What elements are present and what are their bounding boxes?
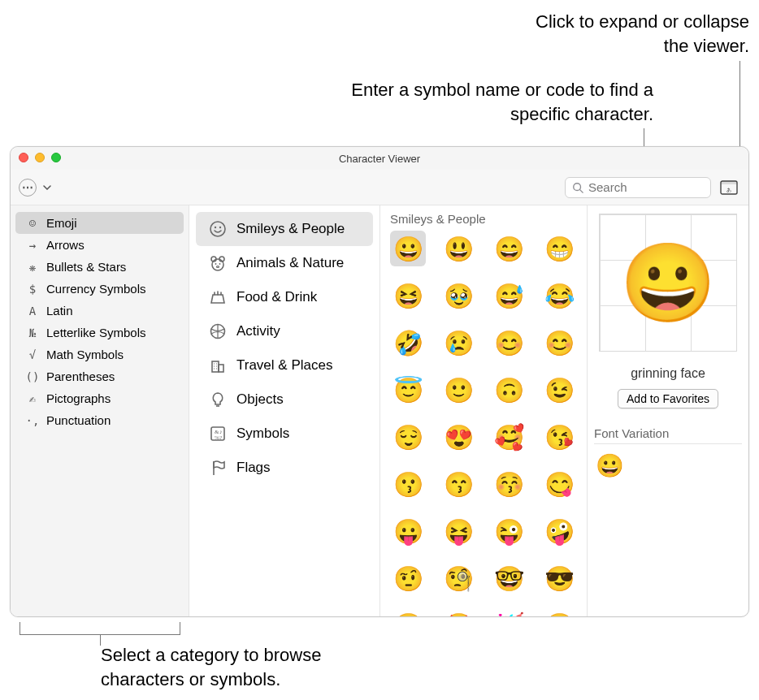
emoji-cell[interactable]: 😊: [541, 325, 577, 361]
symbols-icon: &♪%?: [209, 425, 227, 443]
svg-line-1: [580, 189, 583, 192]
category-icon: ✍: [25, 392, 40, 405]
subcategory-sidebar: Smileys & PeopleAnimals & NatureFood & D…: [189, 205, 380, 616]
category-item-emoji[interactable]: ☺Emoji: [15, 212, 184, 234]
emoji-cell[interactable]: 🧐: [440, 560, 476, 596]
svg-point-13: [217, 266, 219, 268]
category-item-letterlike-symbols[interactable]: №Letterlike Symbols: [15, 322, 184, 344]
emoji-cell[interactable]: 🤨: [390, 560, 426, 596]
subcategory-item-activity[interactable]: Activity: [196, 314, 373, 348]
svg-rect-3: [721, 181, 737, 184]
category-item-pictographs[interactable]: ✍Pictographs: [15, 387, 184, 409]
category-label: Punctuation: [46, 413, 111, 427]
svg-point-6: [215, 227, 216, 228]
category-item-arrows[interactable]: →Arrows: [15, 234, 184, 256]
emoji-cell[interactable]: 😌: [390, 419, 426, 455]
bear-icon: [209, 254, 227, 272]
category-sidebar: ☺Emoji→Arrows❋Bullets & Stars$Currency S…: [11, 205, 189, 616]
category-label: Latin: [46, 304, 73, 318]
add-to-favorites-button[interactable]: Add to Favorites: [618, 389, 718, 408]
category-item-parentheses[interactable]: ()Parentheses: [15, 365, 184, 387]
subcategory-item-objects[interactable]: Objects: [196, 382, 373, 417]
emoji-cell[interactable]: 🥹: [440, 278, 476, 313]
emoji-cell[interactable]: 😗: [390, 466, 426, 502]
emoji-cell[interactable]: 🙃: [491, 372, 527, 408]
emoji-cell[interactable]: 😆: [390, 278, 426, 313]
building-icon: [209, 356, 227, 374]
category-item-bullets-stars[interactable]: ❋Bullets & Stars: [15, 256, 184, 278]
emoji-cell[interactable]: 😎: [541, 560, 577, 596]
font-variation-header: Font Variation: [594, 426, 742, 444]
window-body: ☺Emoji→Arrows❋Bullets & Stars$Currency S…: [11, 205, 748, 616]
expand-collapse-button[interactable]: あ: [718, 177, 740, 198]
emoji-cell[interactable]: 😉: [541, 372, 577, 408]
minimize-button[interactable]: [35, 153, 45, 162]
category-icon: №: [25, 326, 40, 339]
category-label: Currency Symbols: [46, 282, 146, 296]
emoji-cell[interactable]: 😏: [541, 607, 577, 616]
emoji-cell[interactable]: 😢: [440, 325, 476, 361]
emoji-cell[interactable]: 😂: [541, 278, 577, 313]
emoji-cell[interactable]: 😝: [440, 513, 476, 549]
emoji-cell[interactable]: 🤓: [491, 560, 527, 596]
emoji-cell[interactable]: 😄: [491, 231, 527, 266]
svg-point-11: [215, 263, 217, 265]
emoji-cell[interactable]: 😍: [440, 419, 476, 455]
category-icon: A: [25, 305, 40, 318]
emoji-cell[interactable]: 🙂: [440, 372, 476, 408]
category-label: Emoji: [46, 216, 77, 230]
callout-search: Enter a symbol name or code to find a sp…: [304, 78, 653, 126]
emoji-cell[interactable]: 😙: [440, 466, 476, 502]
category-icon: ❋: [25, 261, 40, 274]
emoji-cell[interactable]: 🤓: [390, 607, 426, 616]
emoji-cell[interactable]: 😚: [491, 466, 527, 502]
callout-category: Select a category to browse characters o…: [101, 643, 385, 691]
svg-text:あ: あ: [726, 188, 731, 193]
maximize-button[interactable]: [51, 153, 61, 162]
emoji-cell[interactable]: 😁: [541, 231, 577, 266]
emoji-cell[interactable]: 🤪: [541, 513, 577, 549]
menu-more-button[interactable]: ⋯: [19, 179, 37, 197]
subcategory-label: Travel & Places: [236, 357, 332, 374]
emoji-cell[interactable]: 🤩: [440, 607, 476, 616]
search-field[interactable]: [565, 177, 711, 198]
emoji-cell[interactable]: 😊: [491, 325, 527, 361]
subcategory-label: Symbols: [236, 426, 289, 442]
emoji-cell[interactable]: 😜: [491, 513, 527, 549]
emoji-cell[interactable]: 🥳: [491, 607, 527, 616]
emoji-cell[interactable]: 😀: [390, 231, 426, 266]
category-item-punctuation[interactable]: ·,Punctuation: [15, 409, 184, 431]
category-item-latin[interactable]: ALatin: [15, 300, 184, 322]
preview-glyph: 😀: [620, 238, 717, 328]
category-icon: (): [25, 370, 40, 383]
smiley-icon: [209, 220, 227, 238]
subcategory-item-animals-nature[interactable]: Animals & Nature: [196, 246, 373, 280]
category-item-math-symbols[interactable]: √Math Symbols: [15, 344, 184, 365]
search-input[interactable]: [588, 180, 704, 194]
traffic-lights: [19, 153, 61, 162]
emoji-cell[interactable]: 😛: [390, 513, 426, 549]
close-button[interactable]: [19, 153, 28, 162]
menu-dropdown-chevron-icon[interactable]: [43, 185, 56, 190]
subcategory-item-flags[interactable]: Flags: [196, 451, 373, 485]
emoji-cell[interactable]: 🥰: [491, 419, 527, 455]
emoji-grid: 😀😃😄😁😆🥹😅😂🤣😢😊😊😇🙂🙃😉😌😍🥰😘😗😙😚😋😛😝😜🤪🤨🧐🤓😎🤓🤩🥳😏: [388, 231, 579, 616]
category-item-currency-symbols[interactable]: $Currency Symbols: [15, 278, 184, 300]
food-icon: [209, 288, 227, 306]
svg-point-12: [219, 263, 221, 265]
emoji-cell[interactable]: 😃: [440, 231, 476, 266]
subcategory-item-travel-places[interactable]: Travel & Places: [196, 348, 373, 382]
emoji-cell[interactable]: 😋: [541, 466, 577, 502]
category-label: Letterlike Symbols: [46, 326, 146, 339]
subcategory-label: Flags: [236, 460, 271, 476]
font-variation-glyph[interactable]: 😀: [596, 452, 624, 479]
subcategory-item-smileys-people[interactable]: Smileys & People: [196, 212, 373, 246]
emoji-cell[interactable]: 😅: [491, 278, 527, 313]
emoji-cell[interactable]: 🤣: [390, 325, 426, 361]
subcategory-item-food-drink[interactable]: Food & Drink: [196, 280, 373, 314]
callout-expand: Click to expand or collapse the viewer.: [522, 10, 749, 58]
emoji-cell[interactable]: 😘: [541, 419, 577, 455]
window-title: Character Viewer: [339, 153, 420, 165]
emoji-cell[interactable]: 😇: [390, 372, 426, 408]
subcategory-item-symbols[interactable]: &♪%?Symbols: [196, 417, 373, 451]
